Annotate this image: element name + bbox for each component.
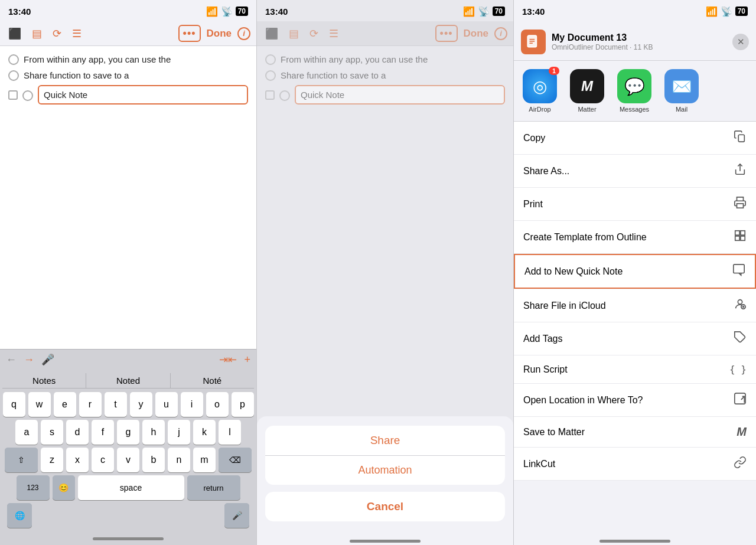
suggestion-1[interactable]: Notes — [2, 373, 86, 388]
info-button-1[interactable]: i — [237, 27, 250, 40]
share-header-info: My Document 13 OmniOutliner Document · 1… — [552, 32, 726, 51]
key-r[interactable]: r — [79, 392, 102, 417]
key-f[interactable]: f — [92, 420, 114, 445]
radio-3[interactable] — [22, 90, 33, 101]
key-o[interactable]: o — [206, 392, 229, 417]
kb-add-icon[interactable]: + — [244, 354, 250, 366]
app-item-messages[interactable]: 💬 Messages — [615, 69, 653, 113]
menu-item-print[interactable]: Print — [514, 188, 756, 221]
quick-note-input-1[interactable] — [38, 85, 248, 105]
key-i[interactable]: i — [181, 392, 203, 417]
key-c[interactable]: c — [92, 448, 114, 472]
menu-label-share-icloud: Share File in iCloud — [523, 301, 606, 311]
key-y[interactable]: y — [130, 392, 152, 417]
format-icon[interactable]: ☰ — [70, 26, 84, 41]
key-q[interactable]: q — [3, 392, 25, 417]
app-item-airdrop[interactable]: 1 ◎ AirDrop — [521, 69, 559, 113]
kb-indent-icon[interactable]: ⇥⇤ — [219, 353, 237, 366]
menu-item-open-location[interactable]: Open Location in Where To? — [514, 384, 756, 417]
menu-item-share-as[interactable]: Share As... — [514, 155, 756, 188]
key-l[interactable]: l — [219, 420, 241, 445]
panel-share-sheet: 13:40 📶 📡 70 ⬛ ▤ ⟳ ☰ ••• Done i From wit… — [257, 0, 514, 545]
key-n[interactable]: n — [168, 448, 190, 472]
done-button-1[interactable]: Done — [207, 28, 232, 40]
key-m[interactable]: m — [193, 448, 216, 472]
kb-mic-icon[interactable]: 🎤 — [41, 353, 54, 366]
kb-row-3: ⇧ z x c v b n m ⌫ — [2, 448, 254, 472]
save-matter-icon: M — [737, 425, 747, 439]
back-folder-icon-2: ⬛ — [263, 26, 281, 41]
suggestion-2[interactable]: Noted — [86, 373, 170, 388]
menu-item-linkcut[interactable]: LinkCut — [514, 448, 756, 481]
menu-item-create-template[interactable]: Create Template from Outline — [514, 221, 756, 254]
key-space[interactable]: space — [78, 475, 184, 500]
share-close-button[interactable]: ✕ — [732, 34, 749, 50]
menu-item-copy[interactable]: Copy — [514, 122, 756, 155]
key-w[interactable]: w — [28, 392, 51, 417]
key-delete[interactable]: ⌫ — [219, 448, 252, 472]
kb-back-icon[interactable]: ← — [6, 354, 17, 366]
svg-rect-12 — [734, 265, 744, 273]
content-area-2: From within any app, you can use the Sha… — [257, 46, 513, 112]
key-e[interactable]: e — [54, 392, 76, 417]
menu-item-run-script[interactable]: Run Script { } — [514, 355, 756, 384]
key-p[interactable]: p — [232, 392, 254, 417]
key-emoji[interactable]: 😊 — [53, 475, 75, 500]
key-return[interactable]: return — [187, 475, 240, 500]
back-folder-icon[interactable]: ⬛ — [6, 26, 24, 41]
key-d[interactable]: d — [66, 420, 89, 445]
wifi-icon-2: 📡 — [478, 6, 490, 17]
panel-editor: 13:40 📶 📡 70 ⬛ ▤ ⟳ ☰ ••• Done i From wit… — [0, 0, 257, 545]
suggestion-3[interactable]: Noté — [171, 373, 254, 388]
key-s[interactable]: s — [41, 420, 63, 445]
key-b[interactable]: b — [142, 448, 165, 472]
kb-forward-icon[interactable]: → — [24, 354, 34, 366]
wifi-icon-3: 📡 — [721, 6, 732, 17]
menu-item-share-icloud[interactable]: Share File in iCloud — [514, 289, 756, 322]
key-123[interactable]: 123 — [17, 475, 50, 500]
sidebar-icon[interactable]: ▤ — [30, 26, 44, 41]
checkbox-1[interactable] — [8, 90, 18, 100]
radio-2[interactable] — [8, 70, 19, 81]
kb-row-2: a s d f g h j k l — [2, 420, 254, 445]
cancel-button[interactable]: Cancel — [265, 492, 505, 521]
menu-label-copy: Copy — [523, 133, 545, 143]
doc-title: My Document 13 — [552, 32, 726, 43]
menu-item-save-matter[interactable]: Save to Matter M — [514, 417, 756, 448]
battery-icon-1: 70 — [236, 6, 248, 16]
more-button-1[interactable]: ••• — [178, 25, 201, 42]
outline-row-1: From within any app, you can use the — [8, 53, 248, 66]
app-item-mail[interactable]: ✉️ Mail — [663, 69, 700, 113]
key-j[interactable]: j — [168, 420, 190, 445]
history-icon[interactable]: ⟳ — [50, 26, 64, 41]
key-globe[interactable]: 🌐 — [7, 503, 32, 528]
menu-item-add-tags[interactable]: Add Tags — [514, 322, 756, 355]
automation-button[interactable]: Automation — [265, 456, 505, 485]
key-a[interactable]: a — [15, 420, 38, 445]
key-k[interactable]: k — [193, 420, 216, 445]
radio-1[interactable] — [8, 54, 19, 65]
key-z[interactable]: z — [41, 448, 63, 472]
outline-text-1: From within any app, you can use the — [24, 53, 171, 66]
key-u[interactable]: u — [155, 392, 178, 417]
info-button-2: i — [494, 27, 507, 40]
share-button[interactable]: Share — [265, 426, 505, 456]
app-item-matter[interactable]: M Matter — [568, 69, 606, 113]
svg-rect-18 — [735, 393, 745, 404]
radio-2-3 — [279, 90, 290, 101]
key-h[interactable]: h — [142, 420, 165, 445]
key-mic-bottom[interactable]: 🎤 — [224, 503, 249, 528]
history-icon-2: ⟳ — [307, 26, 321, 41]
share-menu-header: My Document 13 OmniOutliner Document · 1… — [514, 21, 756, 61]
key-v[interactable]: v — [117, 448, 139, 472]
key-g[interactable]: g — [117, 420, 139, 445]
key-t[interactable]: t — [105, 392, 127, 417]
kb-row-4: 123 😊 space return — [2, 475, 254, 500]
menu-item-quick-note[interactable]: Add to New Quick Note — [514, 254, 756, 289]
doc-icon — [521, 30, 546, 54]
key-shift[interactable]: ⇧ — [5, 448, 38, 472]
run-script-icon: { } — [729, 364, 747, 375]
status-icons-3: 📶 📡 70 — [706, 6, 748, 17]
svg-rect-7 — [737, 204, 744, 208]
key-x[interactable]: x — [66, 448, 89, 472]
